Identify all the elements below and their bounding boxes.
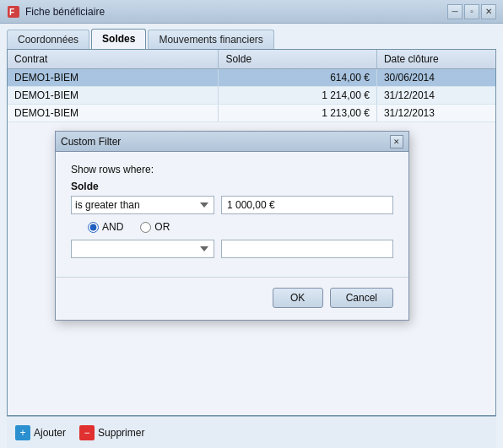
or-label: OR [154, 221, 170, 233]
close-button[interactable]: ✕ [481, 4, 496, 19]
and-label: AND [102, 221, 123, 233]
dialog-title-bar: Custom Filter ✕ [56, 132, 408, 152]
cell-date: 31/12/2013 [376, 105, 495, 122]
app-icon: F [7, 5, 20, 19]
cell-solde: 1 214,00 € [219, 87, 376, 105]
logic-row: AND OR [88, 221, 393, 233]
table-row[interactable]: DEMO1-BIEM 1 214,00 € 31/12/2014 [8, 87, 495, 105]
condition-select-2[interactable]: is greater than equals is less than [71, 240, 214, 258]
delete-button[interactable]: − Supprimer [79, 425, 144, 440]
dialog-close-button[interactable]: ✕ [390, 135, 403, 148]
filter-field-label: Solde [71, 181, 393, 192]
condition-select-1[interactable]: is greater than equals is less than begi… [71, 196, 214, 214]
window-title: Fiche bénéficiaire [25, 6, 447, 18]
table-row[interactable]: DEMO1-BIEM 614,00 € 30/06/2014 [8, 69, 495, 87]
svg-text:F: F [9, 8, 14, 17]
or-radio-label[interactable]: OR [140, 221, 170, 233]
restore-button[interactable]: ▫ [464, 4, 479, 19]
show-rows-label: Show rows where: [71, 164, 393, 175]
custom-filter-dialog: Custom Filter ✕ Show rows where: Solde i… [55, 131, 409, 321]
dialog-footer: OK Cancel [56, 277, 408, 320]
delete-icon: − [79, 425, 95, 440]
and-radio[interactable] [88, 222, 99, 233]
data-table: Contrat Solde Date clôture DEMO1-BIEM 61… [8, 50, 495, 122]
and-radio-label[interactable]: AND [88, 221, 123, 233]
cell-contrat: DEMO1-BIEM [8, 69, 219, 87]
add-button[interactable]: + Ajouter [15, 425, 66, 440]
filter-value-input-1[interactable] [221, 196, 393, 214]
filter-row-2: is greater than equals is less than [71, 240, 393, 258]
cell-date: 30/06/2014 [376, 69, 495, 87]
bottom-toolbar: + Ajouter − Supprimer [7, 416, 496, 448]
col-header-solde: Solde [219, 50, 376, 69]
tab-mouvements[interactable]: Mouvements financiers [148, 30, 273, 49]
or-radio[interactable] [140, 222, 151, 233]
cell-contrat: DEMO1-BIEM [8, 87, 219, 105]
dialog-title: Custom Filter [61, 136, 390, 148]
window-controls: ─ ▫ ✕ [447, 4, 496, 19]
tab-soldes[interactable]: Soldes [91, 29, 146, 49]
table-row[interactable]: DEMO1-BIEM 1 213,00 € 31/12/2013 [8, 105, 495, 122]
minimize-button[interactable]: ─ [447, 4, 462, 19]
filter-value-input-2[interactable] [221, 240, 393, 258]
cell-solde: 614,00 € [219, 69, 376, 87]
delete-label: Supprimer [98, 427, 144, 439]
ok-button[interactable]: OK [273, 288, 323, 308]
cell-solde: 1 213,00 € [219, 105, 376, 122]
col-header-contrat: Contrat [8, 50, 219, 69]
cancel-button[interactable]: Cancel [330, 288, 393, 308]
tabs-bar: Coordonnées Soldes Mouvements financiers [0, 24, 503, 49]
filter-row-1: is greater than equals is less than begi… [71, 196, 393, 214]
title-bar: F Fiche bénéficiaire ─ ▫ ✕ [0, 0, 503, 24]
add-label: Ajouter [34, 427, 66, 439]
dialog-body: Show rows where: Solde is greater than e… [56, 152, 408, 277]
tab-coordonnees[interactable]: Coordonnées [7, 30, 89, 49]
col-header-date: Date clôture [376, 50, 495, 69]
cell-contrat: DEMO1-BIEM [8, 105, 219, 122]
cell-date: 31/12/2014 [376, 87, 495, 105]
add-icon: + [15, 425, 30, 440]
